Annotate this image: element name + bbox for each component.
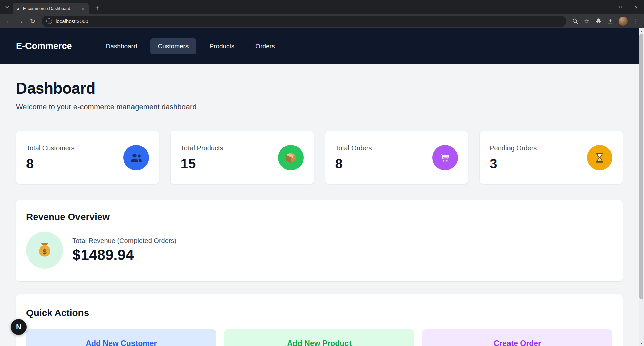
browser-menu-icon[interactable]: ⋮ — [630, 16, 641, 27]
address-bar[interactable]: i localhost:3000 — [42, 16, 566, 27]
create-order-button[interactable]: Create Order — [422, 329, 612, 346]
page-subtitle: Welcome to your e-commerce management da… — [16, 103, 623, 111]
page-area: E-Commerce Dashboard Customers Products … — [0, 28, 639, 346]
stat-value: 3 — [490, 156, 537, 171]
package-icon — [278, 145, 304, 170]
stat-label: Total Products — [181, 144, 223, 152]
page-viewport: E-Commerce Dashboard Customers Products … — [0, 28, 644, 346]
stat-card-total-customers: Total Customers 8 — [16, 131, 159, 184]
nav-item-dashboard[interactable]: Dashboard — [98, 38, 145, 54]
reload-button[interactable]: ↻ — [27, 16, 38, 27]
forward-button[interactable]: → — [15, 16, 26, 27]
nav-item-customers[interactable]: Customers — [150, 38, 197, 54]
downloads-icon[interactable] — [605, 16, 616, 27]
profile-avatar[interactable] — [619, 17, 628, 26]
stat-value: 8 — [335, 156, 372, 171]
stat-value: 8 — [26, 156, 75, 171]
tab-search-button[interactable] — [3, 3, 11, 11]
zoom-icon[interactable] — [570, 16, 581, 27]
window-controls: – □ × — [597, 0, 644, 14]
stat-label: Total Orders — [335, 144, 372, 152]
quick-actions-heading: Quick Actions — [26, 308, 612, 319]
new-tab-button[interactable]: + — [93, 4, 102, 13]
main-content: Dashboard Welcome to your e-commerce man… — [0, 79, 639, 346]
stat-label: Pending Orders — [490, 144, 537, 152]
users-icon — [123, 145, 149, 170]
window-minimize-button[interactable]: – — [597, 0, 612, 14]
quick-actions-card: Quick Actions Add New Customer Add New P… — [16, 294, 623, 346]
tab-favicon-icon: ▲ — [16, 7, 20, 10]
scrollbar-thumb[interactable] — [639, 34, 643, 299]
address-url: localhost:3000 — [56, 18, 88, 24]
tab-title: E-commerce Dashboard — [23, 6, 77, 11]
brand-logo: E-Commerce — [16, 41, 72, 51]
tab-close-button[interactable]: × — [80, 5, 86, 11]
dollar-glyph: $ — [43, 248, 47, 255]
browser-toolbar: ← → ↻ i localhost:3000 ☆ ⋮ — [0, 14, 644, 28]
browser-tab-strip: ▲ E-commerce Dashboard × + – □ × — [0, 0, 644, 14]
vertical-scrollbar: ▲ ▼ — [639, 28, 644, 346]
site-navbar: E-Commerce Dashboard Customers Products … — [0, 28, 639, 64]
add-new-customer-button[interactable]: Add New Customer — [26, 329, 216, 346]
scroll-down-arrow-icon[interactable]: ▼ — [639, 341, 644, 346]
stat-label: Total Customers — [26, 144, 75, 152]
revenue-heading: Revenue Overview — [26, 212, 612, 222]
chevron-down-icon — [5, 5, 9, 8]
nav-items: Dashboard Customers Products Orders — [98, 38, 283, 54]
window-maximize-button[interactable]: □ — [612, 0, 628, 14]
browser-tab[interactable]: ▲ E-commerce Dashboard × — [13, 3, 89, 14]
window-close-button[interactable]: × — [628, 0, 644, 14]
back-button[interactable]: ← — [3, 16, 14, 27]
revenue-value: $1489.94 — [72, 247, 176, 264]
stat-card-total-products: Total Products 15 — [171, 131, 314, 184]
revenue-row: $ Total Revenue (Completed Orders) $1489… — [26, 232, 612, 269]
money-bag-icon: $ — [26, 232, 63, 269]
stat-card-total-orders: Total Orders 8 — [325, 131, 468, 184]
nextjs-dev-badge[interactable]: N — [11, 319, 27, 335]
page-title: Dashboard — [16, 79, 623, 97]
revenue-overview-card: Revenue Overview $ Total Revenue (Comple… — [16, 200, 623, 281]
extensions-puzzle-icon[interactable] — [593, 16, 604, 27]
nav-item-orders[interactable]: Orders — [248, 38, 282, 54]
bookmark-star-icon[interactable]: ☆ — [581, 16, 592, 27]
hourglass-icon — [587, 145, 612, 170]
stat-value: 15 — [181, 156, 223, 171]
site-info-icon[interactable]: i — [46, 18, 52, 24]
cart-icon — [432, 145, 458, 170]
nav-item-products[interactable]: Products — [202, 38, 242, 54]
add-new-product-button[interactable]: Add New Product — [224, 329, 415, 346]
scroll-up-arrow-icon[interactable]: ▲ — [639, 28, 644, 34]
revenue-label: Total Revenue (Completed Orders) — [72, 237, 176, 245]
quick-actions-row: Add New Customer Add New Product Create … — [26, 329, 612, 346]
stats-row: Total Customers 8 Total Pro — [16, 131, 623, 184]
stat-card-pending-orders: Pending Orders 3 — [480, 131, 623, 184]
